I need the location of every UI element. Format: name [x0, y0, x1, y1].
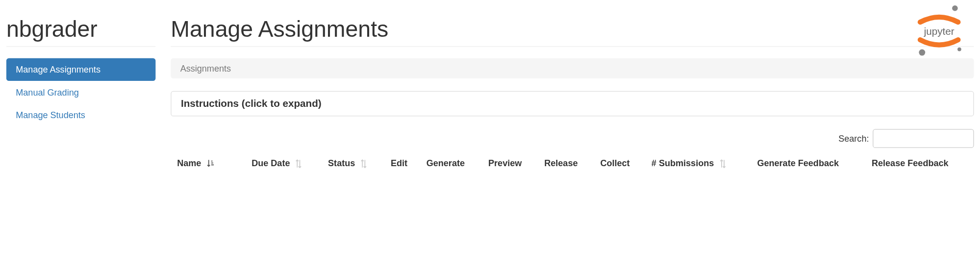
instructions-label: Instructions (click to expand) — [181, 98, 322, 109]
col-label: Release Feedback — [872, 158, 949, 169]
sidebar-item-label: Manage Students — [16, 110, 85, 120]
col-generate: Generate — [420, 153, 482, 169]
col-submissions[interactable]: # Submissions — [645, 153, 751, 169]
col-label: Status — [328, 158, 355, 169]
sidebar-item-label: Manual Grading — [16, 87, 79, 98]
jupyter-logo: jupyter — [911, 3, 968, 60]
svg-text:jupyter: jupyter — [924, 25, 955, 37]
sidebar-item-manage-students[interactable]: Manage Students — [6, 104, 155, 126]
search-row: Search: — [171, 129, 974, 148]
col-label: Name — [177, 158, 201, 169]
assignments-table: Name Due Date Status — [171, 153, 974, 169]
col-label: Generate — [427, 158, 465, 169]
col-label: # Submissions — [652, 158, 714, 169]
breadcrumb: Assignments — [171, 58, 974, 78]
svg-point-3 — [957, 48, 961, 51]
col-generate-feedback: Generate Feedback — [751, 153, 866, 169]
sidebar-item-manual-grading[interactable]: Manual Grading — [6, 81, 155, 103]
page-title: Manage Assignments — [171, 16, 974, 42]
col-label: Generate Feedback — [757, 158, 839, 169]
instructions-panel[interactable]: Instructions (click to expand) — [171, 91, 974, 117]
sidebar-nav: Manage Assignments Manual Grading Manage… — [6, 58, 155, 126]
col-due-date[interactable]: Due Date — [245, 153, 322, 169]
col-label: Due Date — [251, 158, 290, 169]
sort-icon — [720, 159, 726, 168]
col-status[interactable]: Status — [322, 153, 384, 169]
col-release-feedback: Release Feedback — [865, 153, 974, 169]
svg-point-2 — [919, 50, 925, 56]
sort-icon — [207, 159, 214, 168]
search-input[interactable] — [873, 129, 974, 148]
svg-rect-4 — [211, 161, 213, 162]
col-edit: Edit — [384, 153, 420, 169]
col-release: Release — [538, 153, 594, 169]
sort-icon — [296, 159, 302, 168]
col-preview: Preview — [482, 153, 538, 169]
sort-icon — [361, 159, 367, 168]
app-title: nbgrader — [6, 16, 171, 42]
sidebar-item-label: Manage Assignments — [16, 65, 101, 75]
col-label: Preview — [488, 158, 522, 169]
svg-rect-5 — [211, 163, 213, 164]
col-label: Edit — [391, 158, 407, 169]
col-collect: Collect — [594, 153, 645, 169]
breadcrumb-item: Assignments — [180, 63, 231, 74]
col-label: Release — [544, 158, 578, 169]
sidebar-item-manage-assignments[interactable]: Manage Assignments — [6, 58, 155, 81]
svg-point-0 — [952, 5, 958, 11]
col-name[interactable]: Name — [171, 153, 245, 169]
svg-rect-6 — [211, 165, 214, 166]
search-label: Search: — [838, 133, 869, 144]
col-label: Collect — [600, 158, 629, 169]
divider — [171, 46, 974, 47]
divider — [6, 46, 155, 47]
